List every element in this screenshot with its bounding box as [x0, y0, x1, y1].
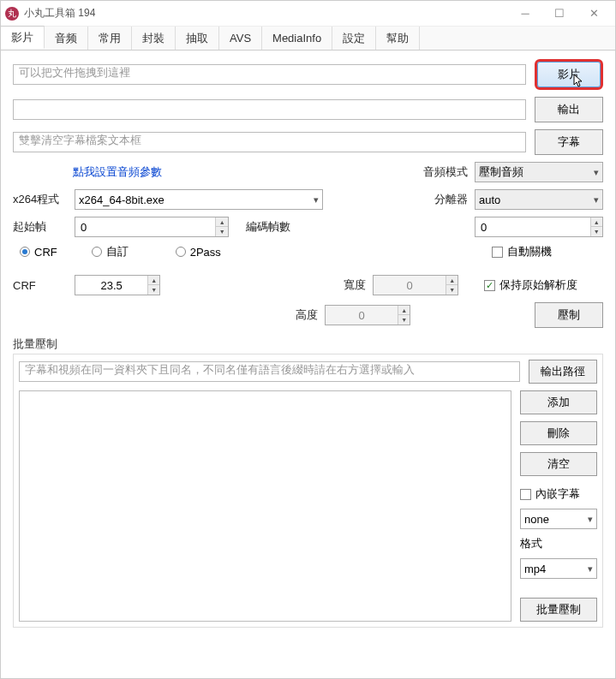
separator-value: auto [479, 194, 590, 206]
spinner-down-icon[interactable]: ▼ [216, 227, 228, 236]
radio-2pass[interactable]: 2Pass [176, 246, 221, 259]
crf-value-label: CRF [13, 279, 68, 292]
audio-mode-value: 壓制音頻 [479, 164, 590, 180]
chevron-down-icon: ▾ [310, 194, 319, 205]
format-value: mp4 [524, 563, 584, 575]
format-label: 格式 [520, 536, 597, 551]
maximize-button[interactable]: ☐ [542, 2, 577, 26]
batch-section-title: 批量壓制 [13, 337, 603, 352]
spinner-down-icon[interactable]: ▼ [398, 315, 410, 325]
chevron-down-icon: ▾ [590, 194, 599, 205]
output-button-label: 輸出 [558, 102, 580, 117]
minimize-button[interactable]: ─ [508, 2, 542, 26]
radio-2pass-label: 2Pass [190, 246, 221, 259]
start-frame-input[interactable] [75, 217, 215, 236]
start-frame-label: 起始幀 [13, 219, 68, 235]
width-spinner[interactable]: ▲▼ [373, 275, 458, 295]
chevron-down-icon: ▾ [584, 514, 593, 525]
spinner-up-icon[interactable]: ▲ [591, 217, 602, 227]
format-dropdown[interactable]: mp4 ▾ [520, 558, 597, 579]
start-frame-spinner[interactable]: ▲▼ [75, 217, 229, 237]
tab-video[interactable]: 影片 [1, 26, 45, 49]
checkbox-auto-shutdown[interactable]: 自動關機 [492, 244, 552, 259]
spinner-down-icon[interactable]: ▼ [148, 285, 159, 295]
x264-exe-dropdown[interactable]: x264_64-8bit.exe ▾ [75, 189, 323, 210]
height-spinner[interactable]: ▲▼ [325, 305, 410, 325]
chevron-down-icon: ▾ [590, 167, 599, 178]
tab-help[interactable]: 幫助 [376, 27, 420, 50]
add-button[interactable]: 添加 [520, 390, 597, 414]
radio-crf-label: CRF [34, 246, 57, 259]
window-title: 小丸工具箱 194 [24, 6, 508, 21]
tab-avs[interactable]: AVS [219, 27, 262, 50]
encode-button[interactable]: 壓制 [535, 302, 603, 328]
radio-crf[interactable]: CRF [20, 246, 57, 259]
spinner-down-icon[interactable]: ▼ [446, 285, 458, 295]
spinner-up-icon[interactable]: ▲ [148, 276, 159, 285]
delete-button-label: 刪除 [547, 426, 570, 441]
checkbox-keep-resolution[interactable]: ✓ 保持原始解析度 [484, 277, 577, 293]
batch-encode-button[interactable]: 批量壓制 [520, 598, 597, 622]
auto-shutdown-label: 自動關機 [507, 244, 552, 259]
spinner-up-icon[interactable]: ▲ [446, 276, 458, 285]
embed-lang-value: none [524, 513, 584, 526]
output-file-field[interactable] [13, 99, 526, 120]
height-label: 高度 [296, 307, 318, 323]
spinner-up-icon[interactable]: ▲ [398, 306, 410, 315]
video-button[interactable]: 影片 [535, 59, 603, 90]
app-icon: 丸 [5, 7, 19, 21]
x264-exe-label: x264程式 [13, 192, 68, 207]
output-button[interactable]: 輸出 [535, 97, 603, 122]
output-path-label: 輸出路徑 [541, 364, 585, 379]
width-label: 寬度 [344, 277, 366, 293]
input-file-field[interactable]: 可以把文件拖拽到這裡 [13, 64, 526, 85]
height-input [326, 306, 398, 325]
subtitle-file-field[interactable]: 雙擊清空字幕檔案文本框 [13, 132, 526, 152]
close-button[interactable]: ✕ [577, 2, 611, 26]
subtitle-button[interactable]: 字幕 [535, 129, 603, 155]
encode-button-label: 壓制 [558, 307, 580, 323]
spinner-up-icon[interactable]: ▲ [216, 217, 228, 227]
width-input [374, 276, 446, 295]
batch-hint-field[interactable]: 字幕和視頻在同一資料夾下且同名，不同名僅有語言後綴時請在右方選擇或輸入 [19, 361, 520, 382]
titlebar: 丸 小丸工具箱 194 ─ ☐ ✕ [1, 1, 615, 27]
tab-extract[interactable]: 抽取 [176, 27, 219, 50]
spinner-down-icon[interactable]: ▼ [591, 227, 602, 236]
encode-frames-label: 編碼幀數 [246, 219, 290, 235]
embed-subtitle-label: 內嵌字幕 [535, 486, 580, 502]
crf-input[interactable] [75, 276, 147, 295]
tab-settings[interactable]: 設定 [332, 27, 376, 50]
subtitle-button-label: 字幕 [558, 134, 580, 150]
x264-exe-value: x264_64-8bit.exe [79, 194, 310, 206]
tab-common[interactable]: 常用 [88, 27, 132, 50]
batch-encode-label: 批量壓制 [536, 602, 581, 617]
radio-custom-label: 自訂 [106, 244, 129, 259]
audio-mode-dropdown[interactable]: 壓制音頻 ▾ [475, 162, 603, 182]
checkbox-embed-subtitle[interactable]: 內嵌字幕 [520, 486, 597, 502]
clear-button-label: 清空 [547, 456, 570, 472]
keep-res-label: 保持原始解析度 [499, 277, 577, 293]
radio-custom[interactable]: 自訂 [92, 244, 129, 259]
add-button-label: 添加 [547, 395, 570, 410]
separator-label: 分離器 [434, 192, 468, 207]
main-tabs: 影片 音频 常用 封裝 抽取 AVS MediaInfo 設定 幫助 [1, 27, 615, 51]
audio-params-link[interactable]: 點我設置音頻參數 [73, 164, 162, 180]
embed-lang-dropdown[interactable]: none ▾ [520, 509, 597, 529]
clear-button[interactable]: 清空 [520, 452, 597, 476]
output-path-button[interactable]: 輸出路徑 [529, 360, 597, 384]
tab-mux[interactable]: 封裝 [132, 27, 176, 50]
video-button-label: 影片 [558, 67, 580, 82]
encode-frames-spinner[interactable]: ▲▼ [475, 217, 603, 237]
delete-button[interactable]: 刪除 [520, 421, 597, 445]
audio-mode-label: 音頻模式 [423, 164, 468, 180]
tab-mediainfo[interactable]: MediaInfo [262, 27, 332, 50]
tab-audio[interactable]: 音频 [45, 27, 88, 50]
encode-frames-input[interactable] [475, 217, 590, 236]
crf-spinner[interactable]: ▲▼ [75, 275, 160, 295]
batch-list[interactable] [19, 390, 511, 622]
chevron-down-icon: ▾ [584, 563, 593, 575]
separator-dropdown[interactable]: auto ▾ [475, 189, 603, 210]
